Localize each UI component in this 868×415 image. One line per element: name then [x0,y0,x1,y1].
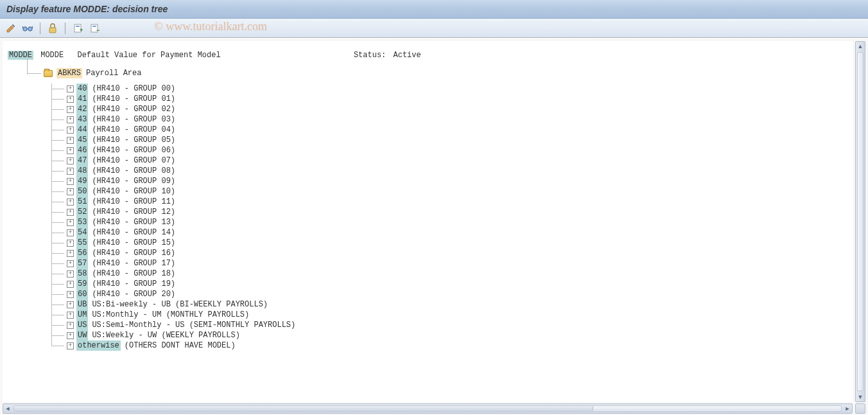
expand-plus-icon[interactable]: + [67,322,74,329]
expand-plus-icon[interactable]: + [67,157,74,164]
leaf-desc: (HR410 - GROUP 03) [92,114,175,125]
edit-pencil-icon[interactable] [4,21,18,35]
vertical-scrollbar[interactable]: ▲ ▼ [855,41,865,402]
leaf-desc: (HR410 - GROUP 08) [92,166,175,176]
tree-leaf-row[interactable]: +56 (HR410 - GROUP 16) [51,248,847,258]
tree-leaf-row[interactable]: +42 (HR410 - GROUP 02) [51,104,847,114]
expand-plus-icon[interactable]: + [67,270,74,278]
node-desc: Payroll Area [86,68,141,78]
leaf-code: 56 [76,248,88,258]
expand-plus-icon[interactable]: + [67,312,74,319]
tree-leaf-row[interactable]: +48 (HR410 - GROUP 08) [51,166,847,176]
tree-leaf-row[interactable]: +54 (HR410 - GROUP 14) [51,227,847,238]
scroll-down-arrow-icon[interactable]: ▼ [856,393,865,402]
horizontal-scroll-track[interactable] [13,405,842,412]
expand-plus-icon[interactable]: + [67,147,74,154]
leaf-code: 45 [76,135,88,145]
tree-leaf-row[interactable]: +58 (HR410 - GROUP 18) [51,269,847,279]
tree-connector [51,166,67,176]
expand-plus-icon[interactable]: + [67,219,74,226]
svg-point-1 [28,26,32,30]
tree-connector [51,155,67,166]
leaf-code: UW [76,330,88,340]
expand-plus-icon[interactable]: + [67,301,74,308]
tree-leaf-row[interactable]: +UM US:Monthly - UM (MONTHLY PAYROLLS) [51,310,847,320]
expand-plus-icon[interactable]: + [67,96,74,103]
expand-plus-icon[interactable]: + [67,106,74,113]
tree-leaf-row[interactable]: +US US:Semi-Monthly - US (SEMI-MONTHLY P… [51,320,847,330]
expand-plus-icon[interactable]: + [67,229,74,236]
folder-open-icon [44,70,53,77]
toolbar-separator [40,22,40,34]
tree-leaf-row[interactable]: +55 (HR410 - GROUP 15) [51,238,847,248]
tree-leaf-row[interactable]: +47 (HR410 - GROUP 07) [51,155,847,166]
leaf-desc: US:Weekly - UW (WEEKLY PAYROLLS) [92,330,239,340]
tree-connector [51,310,67,320]
tree-leaf-row[interactable]: +43 (HR410 - GROUP 03) [51,114,847,125]
leaf-desc: (HR410 - GROUP 09) [92,176,175,186]
tree-leaf-row[interactable]: +otherwise (OTHERS DONT HAVE MODEL) [51,340,847,351]
expand-all-icon[interactable]: + [71,21,85,35]
expand-plus-icon[interactable]: + [67,281,74,288]
expand-plus-icon[interactable]: + [67,199,74,206]
tree-leaf-row[interactable]: +40 (HR410 - GROUP 00) [51,84,847,94]
expand-plus-icon[interactable]: + [67,332,74,339]
lock-icon[interactable] [46,21,60,35]
expand-plus-icon[interactable]: + [67,137,74,144]
expand-plus-icon[interactable]: + [67,240,74,247]
tree-connector [51,238,67,248]
tree-leaf-row[interactable]: +57 (HR410 - GROUP 17) [51,258,847,269]
leaf-code: 53 [76,217,88,227]
scroll-up-arrow-icon[interactable]: ▲ [856,42,865,51]
tree-leaf-row[interactable]: +46 (HR410 - GROUP 06) [51,145,847,155]
leaf-desc: (OTHERS DONT HAVE MODEL) [125,340,236,351]
leaf-code: US [76,320,88,330]
expand-plus-icon[interactable]: + [67,168,74,175]
expand-plus-icon[interactable]: + [67,291,74,298]
toolbar-separator [65,22,65,34]
expand-plus-icon[interactable]: + [67,260,74,267]
tree-node-payroll-area[interactable]: ABKRS Payroll Area [27,67,847,80]
expand-plus-icon[interactable]: + [67,342,74,349]
leaf-code: 40 [76,84,88,94]
glasses-display-icon[interactable] [21,21,35,35]
tree-leaf-row[interactable]: +49 (HR410 - GROUP 09) [51,176,847,186]
tree-connector [51,340,67,351]
tree-leaf-row[interactable]: +UW US:Weekly - UW (WEEKLY PAYROLLS) [51,330,847,340]
leaf-code: 59 [76,279,88,289]
vertical-scroll-track[interactable] [857,52,864,391]
tree-leaf-row[interactable]: +53 (HR410 - GROUP 13) [51,217,847,227]
collapse-all-icon[interactable]: − [87,21,101,35]
tree-leaf-row[interactable]: +UB US:Bi-weekly - UB (BI-WEEKLY PAYROLL… [51,299,847,310]
leaf-desc: (HR410 - GROUP 19) [92,279,175,289]
tree-connector [51,207,67,217]
leaf-desc: (HR410 - GROUP 04) [92,125,175,135]
scroll-right-arrow-icon[interactable]: ► [843,404,852,413]
leaf-desc: (HR410 - GROUP 14) [92,227,175,238]
expand-plus-icon[interactable]: + [67,178,74,185]
expand-plus-icon[interactable]: + [67,116,74,123]
tree-leaf-row[interactable]: +44 (HR410 - GROUP 04) [51,125,847,135]
svg-text:+: + [80,27,83,33]
leaf-code: 60 [76,289,88,299]
tree-leaf-row[interactable]: +50 (HR410 - GROUP 10) [51,186,847,197]
tree-connector [51,145,67,155]
tree-leaf-row[interactable]: +41 (HR410 - GROUP 01) [51,94,847,104]
expand-plus-icon[interactable]: + [67,250,74,257]
tree-leaf-row[interactable]: +52 (HR410 - GROUP 12) [51,207,847,217]
expand-plus-icon[interactable]: + [67,209,74,216]
root-code: MODDE [8,51,33,60]
tree-leaf-row[interactable]: +51 (HR410 - GROUP 11) [51,197,847,207]
expand-plus-icon[interactable]: + [67,188,74,195]
tree-leaf-row[interactable]: +59 (HR410 - GROUP 19) [51,279,847,289]
tree-root-row[interactable]: MODDE MODDE Default Value for Payment Mo… [8,50,847,60]
tree-leaf-row[interactable]: +45 (HR410 - GROUP 05) [51,135,847,145]
tree-connector [27,67,44,80]
expand-plus-icon[interactable]: + [67,85,74,93]
scroll-left-arrow-icon[interactable]: ◄ [3,404,12,413]
horizontal-scroll-thumb[interactable] [14,406,593,411]
horizontal-scrollbar[interactable]: ◄ ► [3,403,853,414]
tree-leaf-row[interactable]: +60 (HR410 - GROUP 20) [51,289,847,299]
tree-connector [51,114,67,125]
expand-plus-icon[interactable]: + [67,127,74,134]
